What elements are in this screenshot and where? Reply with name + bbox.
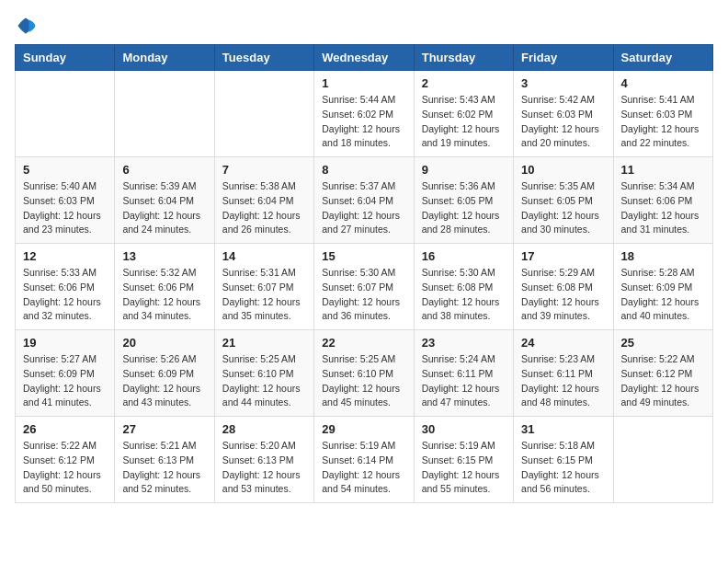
calendar-cell: 6Sunrise: 5:39 AM Sunset: 6:04 PM Daylig… — [115, 157, 214, 244]
day-info: Sunrise: 5:22 AM Sunset: 6:12 PM Dayligh… — [621, 352, 705, 410]
day-info: Sunrise: 5:34 AM Sunset: 6:06 PM Dayligh… — [621, 179, 705, 237]
calendar-cell: 17Sunrise: 5:29 AM Sunset: 6:08 PM Dayli… — [514, 244, 613, 330]
day-info: Sunrise: 5:24 AM Sunset: 6:11 PM Dayligh… — [422, 352, 506, 410]
day-number: 18 — [621, 249, 705, 263]
calendar-cell: 11Sunrise: 5:34 AM Sunset: 6:06 PM Dayli… — [613, 157, 712, 244]
header-friday: Friday — [514, 45, 613, 71]
calendar-week-row: 1Sunrise: 5:44 AM Sunset: 6:02 PM Daylig… — [16, 71, 713, 157]
calendar-cell: 26Sunrise: 5:22 AM Sunset: 6:12 PM Dayli… — [16, 417, 115, 503]
calendar-cell: 20Sunrise: 5:26 AM Sunset: 6:09 PM Dayli… — [115, 330, 214, 417]
day-number: 27 — [122, 422, 206, 436]
calendar-header-row: Sunday Monday Tuesday Wednesday Thursday… — [16, 45, 713, 71]
calendar-cell — [214, 71, 313, 157]
day-info: Sunrise: 5:23 AM Sunset: 6:11 PM Dayligh… — [521, 352, 605, 410]
day-number: 23 — [422, 336, 506, 350]
day-number: 12 — [23, 249, 107, 263]
calendar-cell: 19Sunrise: 5:27 AM Sunset: 6:09 PM Dayli… — [16, 330, 115, 417]
calendar-cell: 1Sunrise: 5:44 AM Sunset: 6:02 PM Daylig… — [314, 71, 414, 157]
calendar-cell: 29Sunrise: 5:19 AM Sunset: 6:14 PM Dayli… — [314, 417, 414, 503]
header-saturday: Saturday — [613, 45, 712, 71]
calendar-cell: 18Sunrise: 5:28 AM Sunset: 6:09 PM Dayli… — [613, 244, 712, 330]
day-number: 21 — [222, 336, 306, 350]
calendar-cell: 12Sunrise: 5:33 AM Sunset: 6:06 PM Dayli… — [16, 244, 115, 330]
day-info: Sunrise: 5:35 AM Sunset: 6:05 PM Dayligh… — [521, 179, 605, 237]
day-info: Sunrise: 5:18 AM Sunset: 6:15 PM Dayligh… — [521, 439, 605, 497]
calendar-cell: 31Sunrise: 5:18 AM Sunset: 6:15 PM Dayli… — [514, 417, 613, 503]
day-info: Sunrise: 5:19 AM Sunset: 6:15 PM Dayligh… — [422, 439, 506, 497]
day-number: 11 — [621, 163, 705, 177]
day-info: Sunrise: 5:26 AM Sunset: 6:09 PM Dayligh… — [122, 352, 206, 410]
day-info: Sunrise: 5:37 AM Sunset: 6:04 PM Dayligh… — [322, 179, 405, 237]
day-info: Sunrise: 5:30 AM Sunset: 6:08 PM Dayligh… — [422, 266, 506, 324]
calendar-cell: 25Sunrise: 5:22 AM Sunset: 6:12 PM Dayli… — [613, 330, 712, 417]
calendar-cell: 15Sunrise: 5:30 AM Sunset: 6:07 PM Dayli… — [314, 244, 414, 330]
day-info: Sunrise: 5:28 AM Sunset: 6:09 PM Dayligh… — [621, 266, 705, 324]
calendar-week-row: 12Sunrise: 5:33 AM Sunset: 6:06 PM Dayli… — [16, 244, 713, 330]
day-number: 30 — [422, 422, 506, 436]
day-number: 29 — [322, 422, 405, 436]
calendar-week-row: 19Sunrise: 5:27 AM Sunset: 6:09 PM Dayli… — [16, 330, 713, 417]
day-info: Sunrise: 5:42 AM Sunset: 6:03 PM Dayligh… — [521, 93, 605, 151]
calendar-cell: 2Sunrise: 5:43 AM Sunset: 6:02 PM Daylig… — [414, 71, 513, 157]
calendar-cell: 9Sunrise: 5:36 AM Sunset: 6:05 PM Daylig… — [414, 157, 513, 244]
day-number: 14 — [222, 249, 306, 263]
day-number: 4 — [621, 76, 705, 90]
header-monday: Monday — [115, 45, 214, 71]
day-info: Sunrise: 5:32 AM Sunset: 6:06 PM Dayligh… — [122, 266, 206, 324]
day-number: 2 — [422, 76, 506, 90]
calendar-cell: 4Sunrise: 5:41 AM Sunset: 6:03 PM Daylig… — [613, 71, 712, 157]
day-number: 8 — [322, 163, 405, 177]
day-info: Sunrise: 5:19 AM Sunset: 6:14 PM Dayligh… — [322, 439, 405, 497]
day-info: Sunrise: 5:36 AM Sunset: 6:05 PM Dayligh… — [422, 179, 506, 237]
calendar-cell: 10Sunrise: 5:35 AM Sunset: 6:05 PM Dayli… — [514, 157, 613, 244]
calendar-cell: 28Sunrise: 5:20 AM Sunset: 6:13 PM Dayli… — [214, 417, 313, 503]
day-number: 26 — [23, 422, 107, 436]
day-info: Sunrise: 5:29 AM Sunset: 6:08 PM Dayligh… — [521, 266, 605, 324]
day-info: Sunrise: 5:44 AM Sunset: 6:02 PM Dayligh… — [322, 93, 405, 151]
day-number: 13 — [122, 249, 206, 263]
calendar-cell: 8Sunrise: 5:37 AM Sunset: 6:04 PM Daylig… — [314, 157, 414, 244]
day-number: 28 — [222, 422, 306, 436]
calendar-week-row: 26Sunrise: 5:22 AM Sunset: 6:12 PM Dayli… — [16, 417, 713, 503]
day-info: Sunrise: 5:20 AM Sunset: 6:13 PM Dayligh… — [222, 439, 306, 497]
day-number: 22 — [322, 336, 405, 350]
calendar-cell: 13Sunrise: 5:32 AM Sunset: 6:06 PM Dayli… — [115, 244, 214, 330]
calendar-cell: 24Sunrise: 5:23 AM Sunset: 6:11 PM Dayli… — [514, 330, 613, 417]
header-tuesday: Tuesday — [214, 45, 313, 71]
page-header — [15, 15, 713, 37]
calendar-cell: 21Sunrise: 5:25 AM Sunset: 6:10 PM Dayli… — [214, 330, 313, 417]
day-number: 1 — [322, 76, 405, 90]
header-thursday: Thursday — [414, 45, 513, 71]
header-sunday: Sunday — [16, 45, 115, 71]
day-number: 17 — [521, 249, 605, 263]
day-number: 9 — [422, 163, 506, 177]
calendar-cell: 22Sunrise: 5:25 AM Sunset: 6:10 PM Dayli… — [314, 330, 414, 417]
day-number: 19 — [23, 336, 107, 350]
calendar-cell: 27Sunrise: 5:21 AM Sunset: 6:13 PM Dayli… — [115, 417, 214, 503]
day-info: Sunrise: 5:27 AM Sunset: 6:09 PM Dayligh… — [23, 352, 107, 410]
calendar-cell: 14Sunrise: 5:31 AM Sunset: 6:07 PM Dayli… — [214, 244, 313, 330]
calendar-week-row: 5Sunrise: 5:40 AM Sunset: 6:03 PM Daylig… — [16, 157, 713, 244]
day-number: 6 — [122, 163, 206, 177]
day-info: Sunrise: 5:41 AM Sunset: 6:03 PM Dayligh… — [621, 93, 705, 151]
day-number: 10 — [521, 163, 605, 177]
calendar-cell — [115, 71, 214, 157]
calendar-table: Sunday Monday Tuesday Wednesday Thursday… — [15, 44, 713, 503]
day-info: Sunrise: 5:21 AM Sunset: 6:13 PM Dayligh… — [122, 439, 206, 497]
day-info: Sunrise: 5:25 AM Sunset: 6:10 PM Dayligh… — [222, 352, 306, 410]
day-info: Sunrise: 5:30 AM Sunset: 6:07 PM Dayligh… — [322, 266, 405, 324]
calendar-cell: 5Sunrise: 5:40 AM Sunset: 6:03 PM Daylig… — [16, 157, 115, 244]
logo — [15, 15, 40, 37]
day-number: 3 — [521, 76, 605, 90]
day-number: 31 — [521, 422, 605, 436]
day-info: Sunrise: 5:39 AM Sunset: 6:04 PM Dayligh… — [122, 179, 206, 237]
day-info: Sunrise: 5:22 AM Sunset: 6:12 PM Dayligh… — [23, 439, 107, 497]
header-wednesday: Wednesday — [314, 45, 414, 71]
day-number: 15 — [322, 249, 405, 263]
day-number: 20 — [122, 336, 206, 350]
calendar-cell — [16, 71, 115, 157]
day-info: Sunrise: 5:33 AM Sunset: 6:06 PM Dayligh… — [23, 266, 107, 324]
day-info: Sunrise: 5:25 AM Sunset: 6:10 PM Dayligh… — [322, 352, 405, 410]
day-info: Sunrise: 5:40 AM Sunset: 6:03 PM Dayligh… — [23, 179, 107, 237]
calendar-cell: 3Sunrise: 5:42 AM Sunset: 6:03 PM Daylig… — [514, 71, 613, 157]
